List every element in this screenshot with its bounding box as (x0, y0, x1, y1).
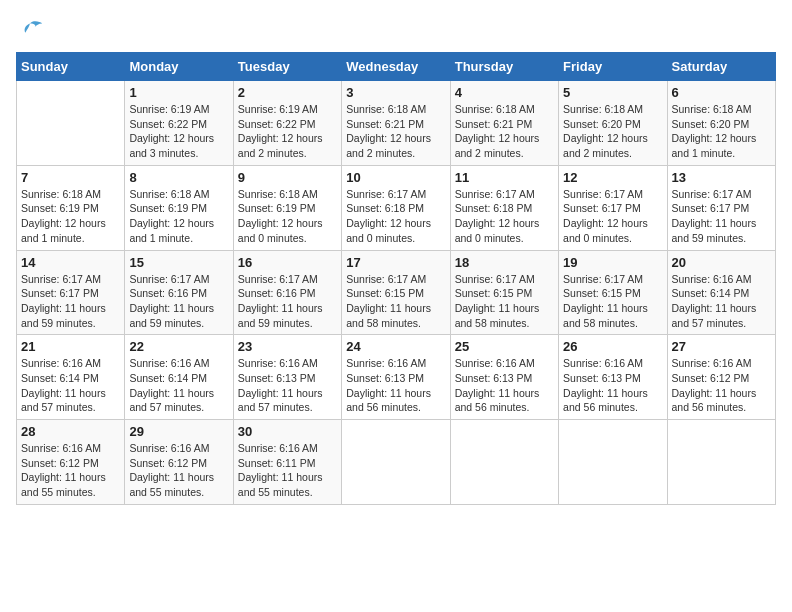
header-row: SundayMondayTuesdayWednesdayThursdayFrid… (17, 53, 776, 81)
day-number: 23 (238, 339, 337, 354)
weekday-header: Monday (125, 53, 233, 81)
calendar-cell: 11Sunrise: 6:17 AM Sunset: 6:18 PM Dayli… (450, 165, 558, 250)
calendar-cell: 25Sunrise: 6:16 AM Sunset: 6:13 PM Dayli… (450, 335, 558, 420)
day-number: 6 (672, 85, 771, 100)
day-info: Sunrise: 6:16 AM Sunset: 6:11 PM Dayligh… (238, 441, 337, 500)
day-number: 3 (346, 85, 445, 100)
day-number: 12 (563, 170, 662, 185)
day-number: 29 (129, 424, 228, 439)
calendar-cell: 2Sunrise: 6:19 AM Sunset: 6:22 PM Daylig… (233, 81, 341, 166)
day-info: Sunrise: 6:17 AM Sunset: 6:16 PM Dayligh… (129, 272, 228, 331)
calendar-week-row: 1Sunrise: 6:19 AM Sunset: 6:22 PM Daylig… (17, 81, 776, 166)
weekday-header: Sunday (17, 53, 125, 81)
day-number: 20 (672, 255, 771, 270)
day-number: 28 (21, 424, 120, 439)
calendar-cell: 27Sunrise: 6:16 AM Sunset: 6:12 PM Dayli… (667, 335, 775, 420)
day-number: 17 (346, 255, 445, 270)
day-info: Sunrise: 6:16 AM Sunset: 6:14 PM Dayligh… (672, 272, 771, 331)
day-number: 10 (346, 170, 445, 185)
day-number: 21 (21, 339, 120, 354)
calendar-cell: 14Sunrise: 6:17 AM Sunset: 6:17 PM Dayli… (17, 250, 125, 335)
calendar-cell: 5Sunrise: 6:18 AM Sunset: 6:20 PM Daylig… (559, 81, 667, 166)
calendar-week-row: 14Sunrise: 6:17 AM Sunset: 6:17 PM Dayli… (17, 250, 776, 335)
logo-bird-icon (16, 16, 44, 44)
calendar-cell: 20Sunrise: 6:16 AM Sunset: 6:14 PM Dayli… (667, 250, 775, 335)
day-number: 7 (21, 170, 120, 185)
calendar-cell: 13Sunrise: 6:17 AM Sunset: 6:17 PM Dayli… (667, 165, 775, 250)
calendar-cell (450, 420, 558, 505)
day-info: Sunrise: 6:17 AM Sunset: 6:15 PM Dayligh… (455, 272, 554, 331)
calendar-table: SundayMondayTuesdayWednesdayThursdayFrid… (16, 52, 776, 505)
day-number: 1 (129, 85, 228, 100)
day-number: 26 (563, 339, 662, 354)
calendar-cell: 7Sunrise: 6:18 AM Sunset: 6:19 PM Daylig… (17, 165, 125, 250)
day-info: Sunrise: 6:16 AM Sunset: 6:12 PM Dayligh… (21, 441, 120, 500)
calendar-body: 1Sunrise: 6:19 AM Sunset: 6:22 PM Daylig… (17, 81, 776, 505)
day-info: Sunrise: 6:18 AM Sunset: 6:21 PM Dayligh… (346, 102, 445, 161)
day-number: 25 (455, 339, 554, 354)
calendar-cell (17, 81, 125, 166)
day-number: 30 (238, 424, 337, 439)
day-info: Sunrise: 6:17 AM Sunset: 6:17 PM Dayligh… (672, 187, 771, 246)
calendar-cell (342, 420, 450, 505)
calendar-cell: 3Sunrise: 6:18 AM Sunset: 6:21 PM Daylig… (342, 81, 450, 166)
calendar-cell: 4Sunrise: 6:18 AM Sunset: 6:21 PM Daylig… (450, 81, 558, 166)
day-number: 27 (672, 339, 771, 354)
day-number: 11 (455, 170, 554, 185)
logo (16, 16, 48, 44)
page-header (16, 16, 776, 44)
calendar-week-row: 28Sunrise: 6:16 AM Sunset: 6:12 PM Dayli… (17, 420, 776, 505)
day-info: Sunrise: 6:18 AM Sunset: 6:20 PM Dayligh… (563, 102, 662, 161)
calendar-week-row: 7Sunrise: 6:18 AM Sunset: 6:19 PM Daylig… (17, 165, 776, 250)
calendar-cell: 9Sunrise: 6:18 AM Sunset: 6:19 PM Daylig… (233, 165, 341, 250)
calendar-cell: 12Sunrise: 6:17 AM Sunset: 6:17 PM Dayli… (559, 165, 667, 250)
calendar-cell: 15Sunrise: 6:17 AM Sunset: 6:16 PM Dayli… (125, 250, 233, 335)
day-info: Sunrise: 6:16 AM Sunset: 6:13 PM Dayligh… (455, 356, 554, 415)
calendar-cell: 17Sunrise: 6:17 AM Sunset: 6:15 PM Dayli… (342, 250, 450, 335)
calendar-cell: 23Sunrise: 6:16 AM Sunset: 6:13 PM Dayli… (233, 335, 341, 420)
day-info: Sunrise: 6:17 AM Sunset: 6:18 PM Dayligh… (455, 187, 554, 246)
calendar-cell: 21Sunrise: 6:16 AM Sunset: 6:14 PM Dayli… (17, 335, 125, 420)
day-info: Sunrise: 6:17 AM Sunset: 6:15 PM Dayligh… (346, 272, 445, 331)
day-info: Sunrise: 6:17 AM Sunset: 6:15 PM Dayligh… (563, 272, 662, 331)
calendar-cell: 26Sunrise: 6:16 AM Sunset: 6:13 PM Dayli… (559, 335, 667, 420)
day-number: 5 (563, 85, 662, 100)
day-info: Sunrise: 6:18 AM Sunset: 6:19 PM Dayligh… (129, 187, 228, 246)
day-number: 15 (129, 255, 228, 270)
calendar-cell: 28Sunrise: 6:16 AM Sunset: 6:12 PM Dayli… (17, 420, 125, 505)
calendar-header: SundayMondayTuesdayWednesdayThursdayFrid… (17, 53, 776, 81)
day-info: Sunrise: 6:17 AM Sunset: 6:17 PM Dayligh… (563, 187, 662, 246)
day-info: Sunrise: 6:16 AM Sunset: 6:13 PM Dayligh… (346, 356, 445, 415)
calendar-cell: 19Sunrise: 6:17 AM Sunset: 6:15 PM Dayli… (559, 250, 667, 335)
calendar-cell: 30Sunrise: 6:16 AM Sunset: 6:11 PM Dayli… (233, 420, 341, 505)
day-number: 16 (238, 255, 337, 270)
day-number: 24 (346, 339, 445, 354)
weekday-header: Thursday (450, 53, 558, 81)
calendar-cell: 16Sunrise: 6:17 AM Sunset: 6:16 PM Dayli… (233, 250, 341, 335)
day-number: 13 (672, 170, 771, 185)
day-info: Sunrise: 6:18 AM Sunset: 6:19 PM Dayligh… (21, 187, 120, 246)
day-info: Sunrise: 6:19 AM Sunset: 6:22 PM Dayligh… (238, 102, 337, 161)
calendar-cell: 29Sunrise: 6:16 AM Sunset: 6:12 PM Dayli… (125, 420, 233, 505)
calendar-cell: 18Sunrise: 6:17 AM Sunset: 6:15 PM Dayli… (450, 250, 558, 335)
day-info: Sunrise: 6:17 AM Sunset: 6:16 PM Dayligh… (238, 272, 337, 331)
day-info: Sunrise: 6:18 AM Sunset: 6:21 PM Dayligh… (455, 102, 554, 161)
day-info: Sunrise: 6:18 AM Sunset: 6:19 PM Dayligh… (238, 187, 337, 246)
day-info: Sunrise: 6:16 AM Sunset: 6:14 PM Dayligh… (129, 356, 228, 415)
weekday-header: Tuesday (233, 53, 341, 81)
day-info: Sunrise: 6:19 AM Sunset: 6:22 PM Dayligh… (129, 102, 228, 161)
day-info: Sunrise: 6:16 AM Sunset: 6:13 PM Dayligh… (238, 356, 337, 415)
day-number: 18 (455, 255, 554, 270)
day-number: 14 (21, 255, 120, 270)
day-info: Sunrise: 6:16 AM Sunset: 6:12 PM Dayligh… (672, 356, 771, 415)
calendar-cell (667, 420, 775, 505)
day-info: Sunrise: 6:18 AM Sunset: 6:20 PM Dayligh… (672, 102, 771, 161)
day-number: 9 (238, 170, 337, 185)
day-number: 19 (563, 255, 662, 270)
weekday-header: Saturday (667, 53, 775, 81)
calendar-cell (559, 420, 667, 505)
day-number: 2 (238, 85, 337, 100)
day-info: Sunrise: 6:16 AM Sunset: 6:13 PM Dayligh… (563, 356, 662, 415)
day-number: 22 (129, 339, 228, 354)
weekday-header: Wednesday (342, 53, 450, 81)
